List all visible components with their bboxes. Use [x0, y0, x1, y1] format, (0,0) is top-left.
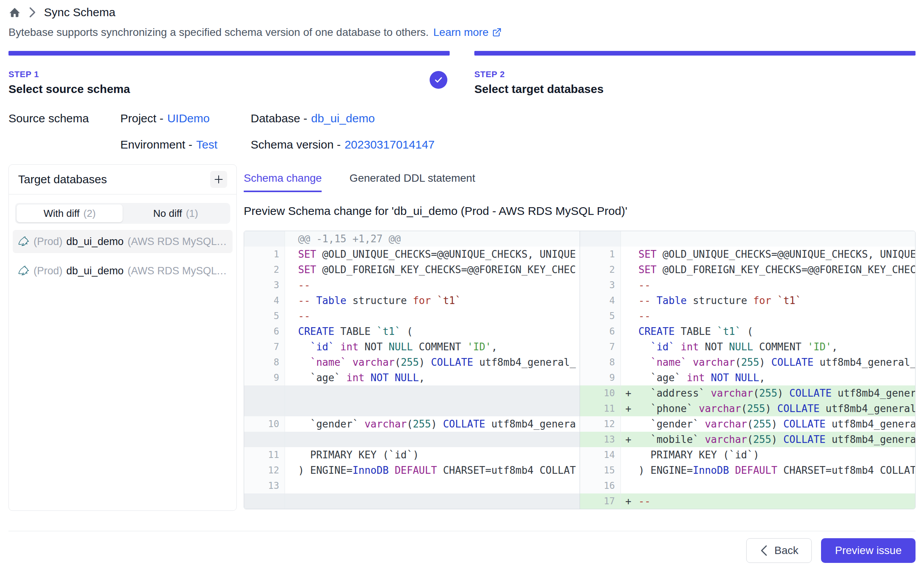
code-line [621, 231, 916, 247]
line-number: 17 [580, 493, 621, 509]
line-number: 12 [244, 463, 285, 478]
line-number [244, 432, 285, 447]
footer-actions: Back Preview issue [8, 531, 916, 570]
chevron-left-icon [760, 545, 768, 556]
code-line: `id` int NOT NULL COMMENT 'ID', [621, 339, 916, 355]
tab-schema-change[interactable]: Schema change [244, 172, 322, 192]
line-number [244, 493, 285, 509]
code-line: PRIMARY KEY (`id`) [621, 447, 916, 463]
code-line: SET @OLD_FOREIGN_KEY_CHECKS=@@FOREIGN_KE… [621, 262, 916, 277]
code-line: SET @OLD_FOREIGN_KEY_CHECKS=@@FOREIGN_KE… [285, 262, 580, 277]
step-1-completed-badge [430, 71, 447, 89]
line-number [580, 231, 621, 247]
code-line: --+ [621, 493, 916, 509]
code-line: `gender` varchar(255) COLLATE utf8mb4_ge… [621, 416, 916, 432]
code-line: -- Table structure for `t1` [621, 293, 916, 308]
add-target-database-button[interactable] [210, 171, 227, 188]
project-link[interactable]: UIDemo [167, 112, 210, 125]
line-number: 2 [244, 262, 285, 277]
diff-row: 1316 [244, 478, 915, 493]
preview-title: Preview Schema change for 'db_ui_demo (P… [244, 204, 916, 218]
breadcrumb: Sync Schema [8, 0, 916, 19]
diff-row: 4-- Table structure for `t1`4-- Table st… [244, 293, 915, 308]
database-link[interactable]: db_ui_demo [311, 112, 375, 125]
code-line: `gender` varchar(255) COLLATE utf8mb4_ge… [285, 416, 580, 432]
content-tabs: Schema change Generated DDL statement [244, 172, 916, 192]
diff-row: 10 `address` varchar(255) COLLATE utf8mb… [244, 385, 915, 401]
mysql-dolphin-icon [17, 235, 30, 248]
external-link-icon [492, 27, 502, 37]
code-line: -- [285, 308, 580, 324]
diff-row: 17--+ [244, 493, 915, 509]
code-line: SET @OLD_UNIQUE_CHECKS=@@UNIQUE_CHECKS, … [285, 247, 580, 262]
source-schema-summary: Source schema Project -UIDemo Database -… [8, 112, 916, 151]
diff-row: 9 `age` int NOT NULL,9 `age` int NOT NUL… [244, 370, 915, 385]
line-number: 5 [244, 308, 285, 324]
diff-section: Schema change Generated DDL statement Pr… [244, 164, 916, 509]
tab-generated-ddl[interactable]: Generated DDL statement [349, 172, 475, 192]
diff-viewer[interactable]: @@ -1,15 +1,27 @@1SET @OLD_UNIQUE_CHECKS… [244, 231, 916, 509]
step-2-progress-bar [474, 51, 916, 56]
code-line: `mobile` varchar(255) COLLATE utf8mb4_ge… [621, 432, 916, 447]
line-number: 1 [244, 247, 285, 262]
diff-row: 6CREATE TABLE `t1` (6CREATE TABLE `t1` ( [244, 324, 915, 339]
line-number: 16 [580, 478, 621, 493]
home-icon[interactable] [8, 6, 21, 19]
line-number: 13 [580, 432, 621, 447]
line-number: 1 [580, 247, 621, 262]
line-number: 10 [244, 416, 285, 432]
environment-link[interactable]: Test [196, 138, 218, 151]
preview-issue-button[interactable]: Preview issue [821, 538, 916, 563]
diff-row: 12) ENGINE=InnoDB DEFAULT CHARSET=utf8mb… [244, 463, 915, 478]
page-title: Sync Schema [44, 6, 115, 19]
step-1-progress-bar [8, 51, 450, 56]
learn-more-link[interactable]: Learn more [433, 26, 502, 39]
diff-row: 10 `gender` varchar(255) COLLATE utf8mb4… [244, 416, 915, 432]
line-number: 15 [580, 463, 621, 478]
code-line: `name` varchar(255) COLLATE utf8mb4_gene… [621, 355, 916, 370]
code-line: CREATE TABLE `t1` ( [285, 324, 580, 339]
code-line: PRIMARY KEY (`id`) [285, 447, 580, 463]
code-line: `age` int NOT NULL, [285, 370, 580, 385]
diff-row: 5--5-- [244, 308, 915, 324]
code-line: SET @OLD_UNIQUE_CHECKS=@@UNIQUE_CHECKS, … [621, 247, 916, 262]
line-number: 9 [244, 370, 285, 385]
diff-row: 1SET @OLD_UNIQUE_CHECKS=@@UNIQUE_CHECKS,… [244, 247, 915, 262]
tab-no-diff[interactable]: No diff (1) [123, 204, 229, 222]
line-number: 3 [244, 277, 285, 293]
step-2-title: Select target databases [474, 83, 916, 96]
code-line: -- [621, 308, 916, 324]
schema-version-link[interactable]: 20230317014147 [344, 138, 435, 151]
diff-row: 3--3-- [244, 277, 915, 293]
code-line: ) ENGINE=InnoDB DEFAULT CHARSET=utf8mb4 … [621, 463, 916, 478]
line-number: 13 [244, 478, 285, 493]
plus-marker: + [626, 401, 632, 416]
target-panel-title: Target databases [18, 173, 107, 186]
target-db-item-2[interactable]: (Prod) db_ui_demo (AWS RDS MySQL Prod) [13, 259, 233, 282]
code-line [285, 432, 580, 447]
diff-row: 2SET @OLD_FOREIGN_KEY_CHECKS=@@FOREIGN_K… [244, 262, 915, 277]
line-number: 2 [580, 262, 621, 277]
breadcrumb-chevron-icon [29, 7, 36, 18]
target-databases-panel: Target databases With diff (2) No diff (… [8, 164, 237, 511]
code-line: -- [621, 277, 916, 293]
plus-icon [213, 174, 224, 185]
line-number: 4 [244, 293, 285, 308]
source-field-project: Project -UIDemo [120, 112, 251, 125]
tab-with-diff[interactable]: With diff (2) [17, 204, 123, 222]
sync-schema-page: Sync Schema Bytebase supports synchroniz… [0, 0, 924, 570]
diff-row: 11 `phone` varchar(255) COLLATE utf8mb4_… [244, 401, 915, 416]
code-line: `name` varchar(255) COLLATE utf8mb4_gene… [285, 355, 580, 370]
plus-marker: + [626, 385, 632, 401]
step-1: STEP 1 Select source schema [8, 51, 450, 96]
steps: STEP 1 Select source schema STEP 2 Selec… [8, 51, 916, 96]
code-line [285, 478, 580, 493]
description-text: Bytebase supports synchronizing a specif… [8, 26, 429, 39]
target-db-list: (Prod) db_ui_demo (AWS RDS MySQL Prod) (… [9, 224, 236, 289]
target-db-item-1[interactable]: (Prod) db_ui_demo (AWS RDS MySQL Prod) [13, 230, 233, 253]
source-field-database: Database -db_ui_demo [251, 112, 435, 125]
line-number: 11 [580, 401, 621, 416]
back-button[interactable]: Back [746, 538, 812, 563]
code-line: `age` int NOT NULL, [621, 370, 916, 385]
page-description: Bytebase supports synchronizing a specif… [8, 26, 916, 39]
